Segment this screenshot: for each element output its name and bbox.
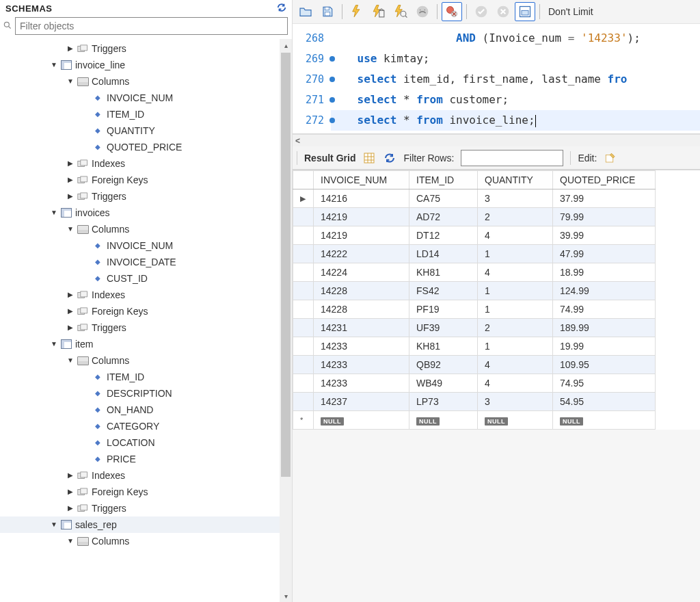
- grid-cell[interactable]: 14219: [314, 208, 409, 226]
- table-row[interactable]: 14233QB924109.95: [293, 356, 656, 374]
- editor-line[interactable]: 271 select * from customer;: [293, 90, 700, 110]
- rollback-button[interactable]: [493, 2, 513, 21]
- tree-node[interactable]: ▶Foreign Keys: [0, 303, 292, 319]
- chevron-right-icon[interactable]: ▶: [66, 484, 75, 500]
- table-row[interactable]: 14231UF392189.99: [293, 319, 656, 337]
- grid-cell[interactable]: 4: [478, 263, 553, 282]
- grid-cell[interactable]: 14233: [314, 374, 409, 393]
- grid-cell[interactable]: 1: [478, 282, 553, 300]
- column-header[interactable]: ITEM_ID: [409, 171, 478, 189]
- chevron-down-icon[interactable]: ▼: [49, 336, 59, 352]
- sql-editor[interactable]: 268 AND (Invoice_num = '14233'); 269 use…: [293, 23, 700, 134]
- grid-cell-null[interactable]: NULL: [553, 411, 656, 430]
- grid-cell[interactable]: 2: [478, 208, 553, 226]
- tree-node[interactable]: ▼invoices: [0, 205, 292, 221]
- tree-node[interactable]: ◆CATEGORY: [0, 418, 292, 434]
- tree-node[interactable]: ▶Triggers: [0, 500, 292, 516]
- grid-cell[interactable]: 14216: [314, 189, 409, 208]
- grid-cell[interactable]: 4: [478, 356, 553, 374]
- grid-cell[interactable]: 79.99: [553, 208, 656, 226]
- editor-line[interactable]: 268 AND (Invoice_num = '14233');: [293, 28, 700, 49]
- grid-cell[interactable]: QB92: [409, 356, 478, 374]
- editor-horizontal-scrollbar[interactable]: <: [293, 134, 700, 146]
- tree-node[interactable]: ▼sales_rep: [0, 516, 292, 533]
- sidebar-scrollbar[interactable]: ▴ ▾: [280, 39, 292, 602]
- grid-cell-null[interactable]: NULL: [409, 411, 478, 430]
- tree-node[interactable]: ▶Indexes: [0, 467, 292, 484]
- grid-cell[interactable]: KH81: [409, 337, 478, 356]
- chevron-down-icon[interactable]: ▼: [49, 516, 59, 533]
- grid-cell[interactable]: 1: [478, 300, 553, 319]
- grid-cell[interactable]: 74.99: [553, 300, 656, 319]
- grid-cell-null[interactable]: NULL: [478, 411, 553, 430]
- tree-node[interactable]: ▼Columns: [0, 352, 292, 369]
- tree-node[interactable]: ▼invoice_line: [0, 57, 292, 73]
- grid-cell[interactable]: 109.95: [553, 356, 656, 374]
- table-row[interactable]: 14224KH81418.99: [293, 263, 656, 282]
- table-row[interactable]: 14233KH81119.99: [293, 337, 656, 356]
- grid-cell-null[interactable]: NULL: [314, 411, 409, 430]
- grid-cell[interactable]: 14233: [314, 337, 409, 356]
- tree-node[interactable]: ◆QUANTITY: [0, 122, 292, 139]
- chevron-right-icon[interactable]: ▶: [66, 303, 75, 319]
- grid-cell[interactable]: 14222: [314, 245, 409, 263]
- tree-node[interactable]: ◆LOCATION: [0, 434, 292, 451]
- chevron-down-icon[interactable]: ▼: [66, 73, 75, 90]
- grid-cell[interactable]: 1: [478, 245, 553, 263]
- tree-node[interactable]: ◆INVOICE_NUM: [0, 90, 292, 106]
- tree-node[interactable]: ◆ITEM_ID: [0, 106, 292, 122]
- tree-node[interactable]: ▶Triggers: [0, 319, 292, 336]
- schema-tree[interactable]: ▶Triggers▼invoice_line▼Columns◆INVOICE_N…: [0, 39, 292, 551]
- grid-cell[interactable]: 14228: [314, 282, 409, 300]
- tree-node[interactable]: ▶Indexes: [0, 155, 292, 172]
- grid-cell[interactable]: 47.99: [553, 245, 656, 263]
- grid-cell[interactable]: 4: [478, 374, 553, 393]
- tree-node[interactable]: ▼Columns: [0, 73, 292, 90]
- tree-node[interactable]: ◆ON_HAND: [0, 402, 292, 418]
- scroll-up-icon[interactable]: ▴: [280, 39, 292, 51]
- grid-cell[interactable]: UF39: [409, 319, 478, 337]
- grid-cell[interactable]: 14233: [314, 356, 409, 374]
- grid-cell[interactable]: 14224: [314, 263, 409, 282]
- chevron-right-icon[interactable]: ▶: [66, 155, 75, 172]
- execute-current-button[interactable]: [368, 2, 389, 21]
- commit-button[interactable]: [471, 2, 492, 21]
- refresh-result-icon[interactable]: [383, 151, 396, 165]
- stop-button[interactable]: [412, 2, 433, 21]
- column-header[interactable]: QUANTITY: [478, 171, 553, 189]
- grid-cell[interactable]: 4: [478, 226, 553, 245]
- grid-cell[interactable]: 14228: [314, 300, 409, 319]
- editor-line[interactable]: 270 select item_id, first_name, last_nam…: [293, 69, 700, 90]
- chevron-down-icon[interactable]: ▼: [66, 221, 75, 237]
- execute-button[interactable]: [347, 2, 367, 21]
- grid-cell[interactable]: PF19: [409, 300, 478, 319]
- grid-cell[interactable]: DT12: [409, 226, 478, 245]
- table-row[interactable]: 14222LD14147.99: [293, 245, 656, 263]
- chevron-down-icon[interactable]: ▼: [49, 57, 59, 73]
- grid-cell[interactable]: 14219: [314, 226, 409, 245]
- grid-cell[interactable]: 18.99: [553, 263, 656, 282]
- table-row[interactable]: ▶14216CA75337.99: [293, 189, 656, 208]
- open-file-button[interactable]: [295, 2, 316, 21]
- grid-cell[interactable]: 1: [478, 337, 553, 356]
- table-row[interactable]: 14219DT12439.99: [293, 226, 656, 245]
- chevron-right-icon[interactable]: ▶: [66, 40, 75, 57]
- tree-node[interactable]: ▼item: [0, 336, 292, 352]
- table-row-new[interactable]: *NULLNULLNULLNULL: [293, 411, 656, 430]
- table-row[interactable]: 14219AD72279.99: [293, 208, 656, 226]
- grid-cell[interactable]: 54.95: [553, 393, 656, 411]
- grid-cell[interactable]: 39.99: [553, 226, 656, 245]
- scroll-down-icon[interactable]: ▾: [280, 590, 292, 602]
- grid-cell[interactable]: 37.99: [553, 189, 656, 208]
- grid-cell[interactable]: 189.99: [553, 319, 656, 337]
- grid-cell[interactable]: 2: [478, 319, 553, 337]
- result-grid[interactable]: INVOICE_NUMITEM_IDQUANTITYQUOTED_PRICE ▶…: [293, 170, 700, 430]
- tree-node[interactable]: ◆CUST_ID: [0, 270, 292, 287]
- grid-cell[interactable]: KH81: [409, 263, 478, 282]
- save-button[interactable]: [317, 2, 338, 21]
- grid-cell[interactable]: 19.99: [553, 337, 656, 356]
- tree-node[interactable]: ▶Foreign Keys: [0, 172, 292, 188]
- chevron-right-icon[interactable]: ▶: [66, 500, 75, 516]
- grid-cell[interactable]: FS42: [409, 282, 478, 300]
- grid-cell[interactable]: AD72: [409, 208, 478, 226]
